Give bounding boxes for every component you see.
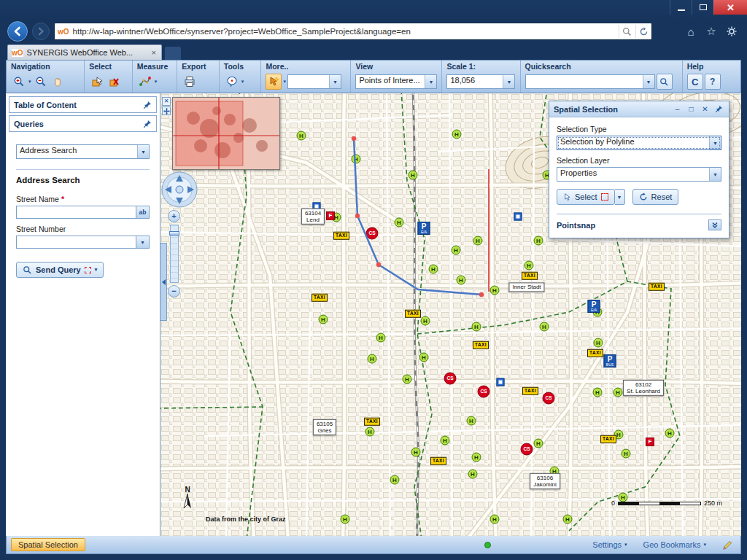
map-marker-transit-stop[interactable]: H (368, 354, 377, 364)
map-marker-transit-stop[interactable]: H (467, 416, 476, 426)
map-marker-cs-station[interactable]: CS (366, 228, 379, 240)
map-marker-parking[interactable]: PE/A (418, 222, 430, 235)
tab-close-icon[interactable]: × (150, 48, 158, 57)
more-tool-dropdown-icon[interactable]: ▾ (283, 79, 286, 85)
map-marker-taxi[interactable]: TAXI (600, 435, 616, 443)
map-marker-transit-stop[interactable]: H (594, 338, 603, 348)
url-text[interactable]: http://w-lap-wintner/WebOffice/synserver… (73, 27, 615, 36)
favorites-star-icon[interactable]: ☆ (703, 23, 719, 39)
map-marker-parking[interactable]: PE/A (588, 300, 600, 313)
map-marker-transit-stop[interactable]: H (376, 333, 386, 343)
pointsnap-expand-button[interactable] (708, 219, 721, 230)
query-type-arrow-icon[interactable]: ▼ (137, 145, 149, 158)
overview-close-button[interactable]: ✕ (162, 97, 171, 106)
map-marker-transit-stop[interactable]: H (563, 515, 573, 524)
map-marker-transit-stop[interactable]: H (452, 130, 462, 139)
browser-forward-button[interactable] (32, 23, 50, 40)
selection-type-arrow-icon[interactable]: ▼ (709, 136, 721, 149)
table-of-content-header[interactable]: Table of Content (9, 96, 157, 113)
more-combo-arrow-icon[interactable]: ▼ (329, 75, 341, 88)
queries-header[interactable]: Queries (9, 115, 157, 132)
map-marker-cs-station[interactable]: CS (543, 392, 555, 405)
map-marker-transit-stop[interactable]: H (297, 131, 306, 141)
map-marker-transit-stop[interactable]: H (403, 375, 412, 384)
home-icon[interactable]: ⌂ (683, 23, 699, 39)
map-marker-taxi[interactable]: TAXI (522, 387, 538, 395)
map-marker-poi[interactable] (497, 378, 505, 386)
map-marker-transit-stop[interactable]: H (622, 449, 631, 459)
print-button[interactable] (182, 74, 198, 90)
selection-layer-select[interactable]: Properties ▼ (557, 167, 721, 182)
map-marker-transit-stop[interactable]: H (365, 427, 375, 437)
map-district-label[interactable]: 63106Jakomini (530, 473, 560, 489)
help-button[interactable]: ? (705, 74, 721, 90)
zoom-slider[interactable] (170, 225, 179, 283)
measure-tool-button[interactable] (137, 74, 153, 90)
map-marker-taxi[interactable]: TAXI (430, 457, 446, 465)
tools-button[interactable] (224, 74, 240, 90)
map-marker-transit-stop[interactable]: H (490, 515, 500, 524)
pin-icon[interactable] (143, 101, 152, 109)
overview-map[interactable] (172, 97, 280, 170)
settings-menu[interactable]: Settings▾ (592, 540, 627, 549)
window-maximize-button[interactable] (692, 0, 713, 15)
send-query-dropdown-icon[interactable]: ▾ (95, 267, 98, 273)
pin-icon[interactable] (143, 120, 152, 128)
map-marker-parking[interactable]: PBUS (604, 354, 616, 368)
map-marker-transit-stop[interactable]: H (411, 448, 421, 457)
map-marker-transit-stop[interactable]: H (457, 276, 466, 285)
map-marker-transit-stop[interactable]: H (525, 261, 534, 271)
spatial-panel-header[interactable]: Spatial Selection – □ ✕ (549, 101, 729, 117)
map-marker-transit-stop[interactable]: H (472, 322, 481, 332)
selection-layer-arrow-icon[interactable]: ▼ (709, 168, 721, 181)
map-marker-transit-stop[interactable]: H (534, 236, 543, 246)
new-tab-button[interactable] (165, 47, 181, 60)
map-marker-transit-stop[interactable]: H (395, 218, 404, 228)
map-marker-transit-stop[interactable]: H (472, 453, 481, 462)
zoom-in-tool-button[interactable] (11, 74, 27, 90)
clear-selection-button[interactable] (107, 74, 123, 90)
map-marker-taxi[interactable]: TAXI (473, 341, 489, 349)
send-query-button[interactable]: Send Query ▾ (16, 262, 104, 278)
search-icon[interactable] (619, 25, 632, 38)
active-selection-tool-button[interactable] (266, 74, 282, 90)
select-button-dropdown-icon[interactable]: ▼ (615, 189, 625, 205)
window-close-button[interactable]: ✕ (713, 0, 747, 15)
map-marker-transit-stop[interactable]: H (441, 436, 450, 446)
refresh-icon[interactable] (635, 25, 649, 38)
map-marker-pharmacy[interactable]: F (326, 211, 335, 220)
map-marker-cs-station[interactable]: CS (478, 386, 490, 398)
map-district-label[interactable]: Inner Stadt (508, 282, 544, 292)
map-marker-transit-stop[interactable]: H (490, 286, 500, 295)
map-marker-transit-stop[interactable]: H (319, 315, 328, 324)
map-marker-transit-stop[interactable]: H (341, 515, 350, 524)
reset-button[interactable]: Reset (632, 189, 679, 205)
street-number-input[interactable] (16, 236, 136, 249)
panel-close-icon[interactable]: ✕ (700, 104, 711, 114)
address-input[interactable]: wO http://w-lap-wintner/WebOffice/synser… (54, 23, 652, 40)
zoom-out-tool-button[interactable] (33, 74, 49, 90)
map-marker-transit-stop[interactable]: H (352, 155, 361, 164)
window-minimize-button[interactable] (670, 0, 692, 15)
settings-gear-icon[interactable] (724, 23, 740, 39)
map-district-label[interactable]: 63104Lend (301, 209, 325, 225)
map-marker-cs-station[interactable]: CS (521, 443, 533, 456)
map-marker-taxi[interactable]: TAXI (587, 349, 603, 357)
map-marker-taxi[interactable]: TAXI (364, 418, 380, 426)
map-marker-taxi[interactable]: TAXI (333, 232, 349, 240)
map-district-label[interactable]: 63105Gries (313, 419, 336, 435)
map-marker-taxi[interactable]: TAXI (649, 283, 665, 291)
map-marker-taxi[interactable]: TAXI (522, 272, 538, 280)
view-select[interactable]: Points of Intere... ▼ (355, 74, 437, 89)
map-marker-transit-stop[interactable]: H (452, 246, 461, 255)
map-marker-pharmacy[interactable]: F (646, 438, 654, 446)
measure-dropdown-icon[interactable]: ▾ (155, 79, 158, 85)
view-select-arrow-icon[interactable]: ▼ (425, 75, 436, 88)
query-type-select[interactable]: Address Search ▼ (16, 144, 150, 159)
map-marker-transit-stop[interactable]: H (665, 429, 675, 438)
map-marker-taxi[interactable]: TAXI (405, 310, 421, 318)
scale-select-arrow-icon[interactable]: ▼ (503, 75, 514, 88)
map-marker-transit-stop[interactable]: H (614, 388, 623, 397)
panel-restore-icon[interactable]: □ (686, 104, 697, 114)
session-refresh-button[interactable]: C (687, 74, 703, 90)
